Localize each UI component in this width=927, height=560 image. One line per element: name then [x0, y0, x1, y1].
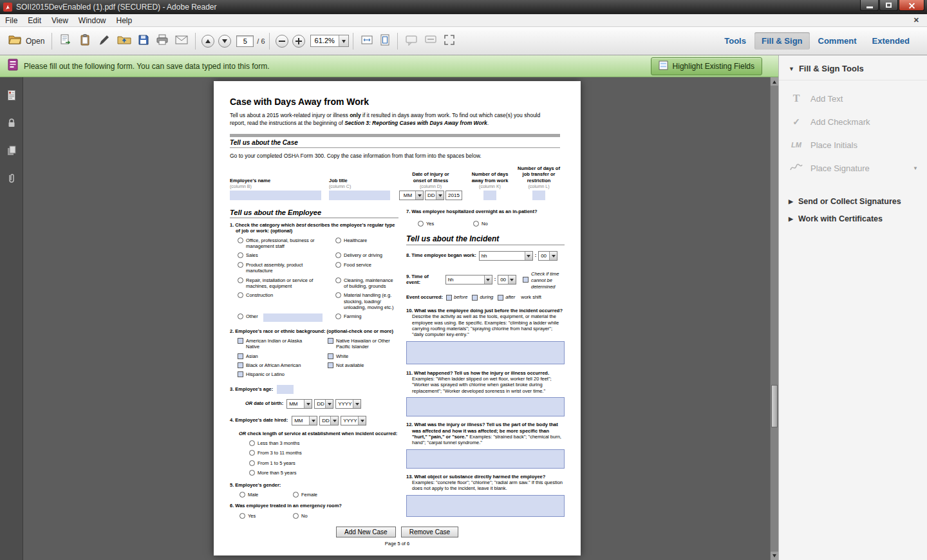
- radio-button[interactable]: [473, 221, 479, 227]
- radio-button[interactable]: [239, 513, 245, 519]
- hired-day-select[interactable]: DD: [319, 416, 339, 425]
- radio-button[interactable]: [238, 292, 243, 298]
- minimize-button[interactable]: [860, 0, 879, 11]
- document-scrollbar[interactable]: [770, 77, 778, 560]
- other-job-field[interactable]: [263, 313, 323, 322]
- radio-button[interactable]: [249, 460, 255, 466]
- fit-page-button[interactable]: [377, 32, 393, 51]
- add-new-case-button[interactable]: Add New Case: [336, 527, 396, 537]
- checkbox[interactable]: [238, 353, 243, 359]
- radio-button[interactable]: [335, 313, 341, 319]
- q13-answer-textarea[interactable]: [406, 495, 565, 517]
- tab-fill-sign[interactable]: Fill & Sign: [754, 32, 810, 50]
- panel-header[interactable]: ▼ Fill & Sign Tools: [779, 55, 927, 80]
- radio-button[interactable]: [249, 470, 255, 476]
- checkbox[interactable]: [238, 371, 243, 377]
- radio-button[interactable]: [293, 492, 299, 498]
- page-thumbnails-button[interactable]: [3, 89, 20, 104]
- employee-age-field[interactable]: [277, 385, 294, 394]
- radio-button[interactable]: [335, 292, 341, 298]
- checkbox[interactable]: [238, 338, 243, 344]
- menu-view[interactable]: View: [46, 15, 73, 26]
- save-as-button[interactable]: [56, 32, 75, 51]
- job-title-field[interactable]: [329, 191, 390, 200]
- radio-button[interactable]: [335, 252, 341, 258]
- menu-file[interactable]: File: [0, 15, 23, 26]
- attachments-panel-button[interactable]: [3, 172, 20, 187]
- tab-tools[interactable]: Tools: [717, 32, 753, 50]
- security-panel-button[interactable]: [3, 117, 20, 132]
- sign-button[interactable]: [95, 32, 114, 51]
- hired-year-select[interactable]: YYYY: [341, 416, 366, 425]
- radio-button[interactable]: [238, 313, 243, 319]
- maximize-button[interactable]: [879, 0, 898, 11]
- tab-comment[interactable]: Comment: [811, 32, 864, 50]
- send-collect-signatures-section[interactable]: ▶ Send or Collect Signatures: [779, 192, 927, 210]
- q10-answer-textarea[interactable]: [406, 341, 565, 364]
- q11-answer-textarea[interactable]: [406, 397, 565, 416]
- days-away-field[interactable]: [483, 191, 496, 200]
- event-after-checkbox[interactable]: [498, 295, 503, 301]
- radio-button[interactable]: [249, 450, 255, 456]
- q12-answer-textarea[interactable]: [406, 449, 565, 469]
- layers-panel-button[interactable]: [3, 144, 20, 160]
- previous-page-button[interactable]: [201, 35, 214, 48]
- menu-edit[interactable]: Edit: [23, 15, 46, 26]
- close-button[interactable]: [899, 0, 924, 11]
- event-minute-select[interactable]: 00: [498, 275, 516, 285]
- fit-width-button[interactable]: [357, 32, 377, 51]
- event-hour-select[interactable]: hh: [445, 275, 492, 285]
- work-with-certificates-section[interactable]: ▶ Work with Certificates: [779, 210, 927, 227]
- zoom-level-combobox[interactable]: 61.2%: [310, 35, 349, 47]
- checkbox[interactable]: [328, 338, 333, 344]
- menu-help[interactable]: Help: [111, 15, 138, 26]
- send-file-button[interactable]: [114, 32, 135, 51]
- menubar-close-button[interactable]: ✕: [913, 16, 919, 24]
- checkbox[interactable]: [328, 353, 333, 359]
- highlight-existing-fields-button[interactable]: Highlight Existing Fields: [651, 57, 762, 75]
- days-transfer-field[interactable]: [532, 191, 545, 200]
- time-undetermined-checkbox[interactable]: [523, 277, 529, 283]
- radio-button[interactable]: [418, 221, 424, 227]
- zoom-dropdown-button[interactable]: [339, 35, 348, 46]
- dob-year-select[interactable]: YYYY: [335, 399, 361, 409]
- dob-day-select[interactable]: DD: [314, 399, 333, 409]
- zoom-out-button[interactable]: [276, 35, 288, 48]
- print-button[interactable]: [153, 32, 172, 51]
- highlight-text-button[interactable]: [421, 32, 440, 51]
- menu-window[interactable]: Window: [73, 15, 111, 26]
- add-text-tool[interactable]: T Add Text: [779, 87, 927, 110]
- event-during-checkbox[interactable]: [472, 295, 478, 301]
- scroll-down-button[interactable]: [771, 552, 778, 560]
- checkbox[interactable]: [328, 362, 333, 368]
- radio-button[interactable]: [238, 238, 243, 243]
- radio-button[interactable]: [335, 238, 341, 243]
- save-button[interactable]: [135, 32, 153, 51]
- scroll-up-button[interactable]: [771, 77, 778, 86]
- zoom-in-button[interactable]: [292, 35, 305, 48]
- fullscreen-button[interactable]: [440, 32, 458, 51]
- began-work-hour-select[interactable]: hh: [479, 251, 533, 261]
- event-before-checkbox[interactable]: [446, 295, 452, 301]
- add-checkmark-tool[interactable]: ✓ Add Checkmark: [779, 110, 927, 133]
- injury-day-select[interactable]: DD: [425, 191, 444, 200]
- radio-button[interactable]: [239, 492, 245, 498]
- tab-extended[interactable]: Extended: [865, 32, 917, 50]
- radio-button[interactable]: [335, 262, 341, 268]
- sticky-note-button[interactable]: [402, 32, 421, 51]
- injury-month-select[interactable]: MM: [399, 191, 424, 200]
- radio-button[interactable]: [238, 262, 243, 268]
- place-signature-tool[interactable]: Place Signature ▼: [779, 156, 927, 180]
- place-initials-tool[interactable]: LM Place Initials: [779, 133, 927, 156]
- began-work-minute-select[interactable]: 00: [538, 251, 557, 261]
- radio-button[interactable]: [238, 277, 243, 283]
- clipboard-button[interactable]: [75, 32, 95, 51]
- checkbox[interactable]: [238, 362, 243, 368]
- employee-name-field[interactable]: [230, 191, 321, 200]
- remove-case-button[interactable]: Remove Case: [401, 527, 458, 537]
- radio-button[interactable]: [335, 277, 341, 283]
- email-button[interactable]: [172, 32, 191, 51]
- hired-month-select[interactable]: MM: [292, 416, 317, 425]
- radio-button[interactable]: [238, 252, 243, 258]
- next-page-button[interactable]: [218, 35, 231, 48]
